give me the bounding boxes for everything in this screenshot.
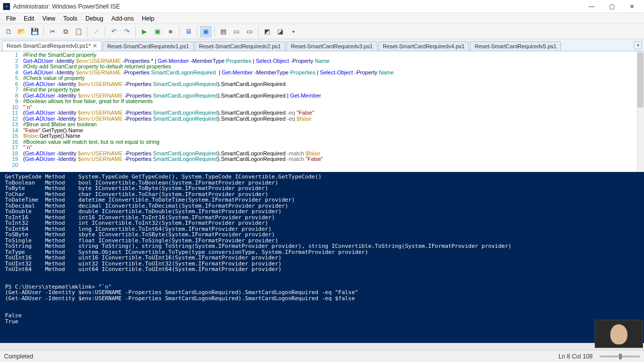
zoom-thumb[interactable]: [619, 353, 622, 359]
open-icon[interactable]: 📂: [16, 26, 27, 37]
tab-label: Reset-SmartCardRequiredv3.ps1: [291, 43, 373, 49]
save-icon[interactable]: 💾: [29, 26, 40, 37]
undo-icon[interactable]: ↶: [108, 26, 119, 37]
new-icon[interactable]: 🗋: [3, 26, 14, 37]
layout-top-icon[interactable]: ▭: [231, 26, 242, 37]
zoom-slider[interactable]: [600, 355, 640, 357]
command-addon-icon[interactable]: ◩: [262, 26, 273, 37]
menu-file[interactable]: File: [2, 14, 20, 23]
line-number-gutter: 1234567891011121314151617181920: [0, 51, 21, 172]
minimize-button[interactable]: —: [587, 3, 597, 10]
tab-close-icon[interactable]: ✕: [93, 43, 97, 49]
toolbar-overflow-icon[interactable]: ▾: [288, 26, 299, 37]
tab-v2[interactable]: Reset-SmartCardRequiredv2.ps1: [195, 41, 286, 51]
tab-expand-icon[interactable]: ▾: [634, 41, 642, 49]
powershell-icon[interactable]: ▣: [200, 26, 211, 37]
run-icon[interactable]: ▶: [139, 26, 150, 37]
tab-v0[interactable]: Reset-SmartCardRequiredv0.ps1*✕: [2, 41, 102, 51]
window-title: Administrator: Windows PowerShell ISE: [13, 3, 120, 10]
tab-label: Reset-SmartCardRequiredv5.ps1: [474, 43, 556, 49]
app-icon: >: [3, 3, 10, 10]
tab-v1[interactable]: Reset-SmartCardRequiredv1.ps1: [103, 41, 194, 51]
menu-tools[interactable]: Tools: [59, 14, 82, 23]
layout-bottom-icon[interactable]: ▭: [244, 26, 255, 37]
tab-v4[interactable]: Reset-SmartCardRequiredv4.ps1: [378, 41, 469, 51]
script-editor[interactable]: 1234567891011121314151617181920 #Find th…: [0, 51, 644, 172]
remote-icon[interactable]: 🖥: [183, 26, 194, 37]
cursor-position: Ln 8 Col 108: [558, 353, 593, 360]
cut-icon[interactable]: ✂: [47, 26, 58, 37]
console-h-scrollbar[interactable]: [0, 343, 644, 350]
tab-v5[interactable]: Reset-SmartCardRequiredv5.ps1: [470, 41, 561, 51]
show-command-icon[interactable]: ◪: [275, 26, 286, 37]
tab-label: Reset-SmartCardRequiredv1.ps1: [107, 43, 189, 49]
maximize-button[interactable]: ▢: [607, 3, 617, 10]
menu-help[interactable]: Help: [138, 14, 158, 23]
status-text: Completed: [4, 353, 33, 360]
menu-addons[interactable]: Add-ons: [107, 14, 138, 23]
toolbar: 🗋 📂 💾 ✂ ⧉ 📋 ⟋ ↶ ↷ ▶ ▣ ■ 🖥 ▣ ▤ ▭ ▭ ◩ ◪ ▾: [0, 24, 644, 39]
copy-icon[interactable]: ⧉: [60, 26, 71, 37]
code-area[interactable]: #Find the SmartCard property Get-ADUser …: [21, 51, 644, 172]
menu-view[interactable]: View: [38, 14, 59, 23]
menu-bar: File Edit View Tools Debug Add-ons Help: [0, 13, 644, 24]
scrollbar-thumb[interactable]: [637, 52, 643, 108]
paste-icon[interactable]: 📋: [73, 26, 84, 37]
tab-strip: Reset-SmartCardRequiredv0.ps1*✕ Reset-Sm…: [0, 39, 644, 51]
menu-edit[interactable]: Edit: [20, 14, 38, 23]
window-controls: — ▢ ✕: [587, 3, 641, 10]
run-selection-icon[interactable]: ▣: [152, 26, 163, 37]
layout-both-icon[interactable]: ▤: [218, 26, 229, 37]
menu-debug[interactable]: Debug: [82, 14, 107, 23]
webcam-overlay: [595, 320, 643, 348]
tab-label: Reset-SmartCardRequiredv0.ps1*: [7, 43, 91, 49]
tab-label: Reset-SmartCardRequiredv4.ps1: [383, 43, 465, 49]
editor-scrollbar[interactable]: [637, 51, 644, 172]
clear-icon[interactable]: ⟋: [91, 26, 102, 37]
tab-label: Reset-SmartCardRequiredv2.ps1: [199, 43, 281, 49]
status-bar: Completed Ln 8 Col 108: [0, 350, 644, 362]
title-bar: > Administrator: Windows PowerShell ISE …: [0, 0, 644, 13]
console-pane[interactable]: GetTypeCode Method System.TypeCode GetTy…: [0, 172, 644, 343]
close-button[interactable]: ✕: [627, 3, 637, 10]
redo-icon[interactable]: ↷: [121, 26, 132, 37]
stop-icon[interactable]: ■: [165, 26, 176, 37]
tab-v3[interactable]: Reset-SmartCardRequiredv3.ps1: [286, 41, 377, 51]
